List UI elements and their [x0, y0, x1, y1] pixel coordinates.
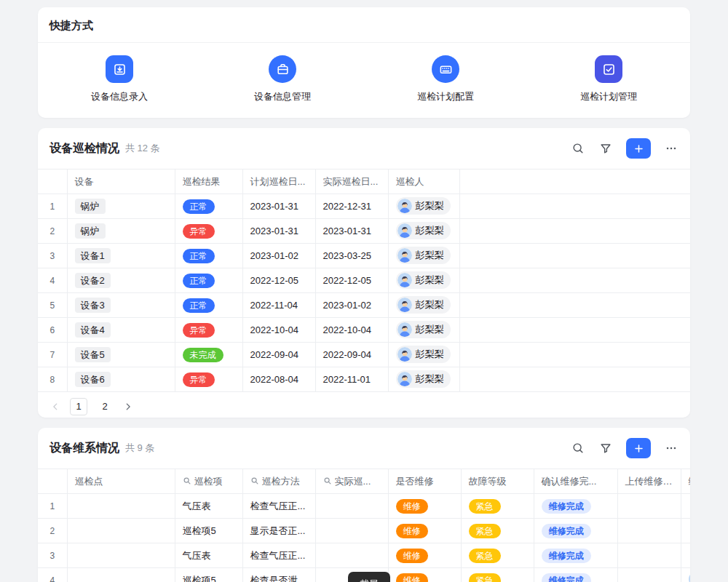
cell-level[interactable]: 紧急 — [461, 543, 534, 568]
inspection-row[interactable]: 3设备1正常2023-01-022023-03-25彭梨梨 — [38, 244, 690, 268]
cell-device[interactable]: 设备3 — [67, 293, 175, 318]
cell-inspector[interactable]: 彭梨梨 — [388, 244, 459, 268]
cell-level[interactable]: 紧急 — [461, 519, 534, 543]
column-header[interactable]: 确认维修完... — [534, 469, 617, 494]
cell-actual-date[interactable]: 2022-09-04 — [315, 343, 388, 367]
shortcut-item-3[interactable]: 巡检计划配置 — [364, 55, 527, 103]
cell-inspector[interactable]: 彭梨梨 — [388, 318, 459, 343]
column-header[interactable]: 上传维修结... — [617, 469, 681, 494]
cell-planned-date[interactable]: 2022-09-04 — [242, 343, 315, 367]
cell-upload[interactable] — [617, 519, 681, 543]
cell-extra[interactable] — [681, 494, 690, 519]
search-button[interactable] — [571, 141, 585, 156]
cell-planned-date[interactable]: 2022-10-04 — [242, 318, 315, 343]
cell-confirm[interactable]: 维修完成 — [534, 543, 617, 568]
column-header[interactable]: 计划巡检日... — [242, 170, 315, 194]
cell-repair[interactable]: 维修 — [388, 568, 461, 582]
cell-result[interactable]: 正常 — [175, 268, 242, 293]
cell-result[interactable]: 异常 — [175, 367, 242, 392]
cell-repair[interactable]: 维修 — [388, 494, 461, 519]
prev-page-button[interactable] — [50, 401, 61, 412]
cell-result[interactable]: 正常 — [175, 293, 242, 318]
cell-device[interactable]: 设备2 — [67, 268, 175, 293]
add-record-button[interactable] — [626, 438, 651, 458]
cell-item[interactable]: 巡检项5 — [175, 519, 242, 543]
cell-actual-date[interactable]: 2023-01-02 — [315, 293, 388, 318]
cell-level[interactable]: 紧急 — [461, 568, 534, 582]
cell-confirm[interactable]: 维修完成 — [534, 519, 617, 543]
cell-inspector[interactable]: 彭梨梨 — [388, 268, 459, 293]
cell-planned-date[interactable]: 2023-01-31 — [242, 194, 315, 219]
cell-actual-date[interactable]: 2023-03-25 — [315, 244, 388, 268]
cell-repair[interactable]: 维修 — [388, 519, 461, 543]
cell-confirm[interactable]: 维修完成 — [534, 568, 617, 582]
cell-planned-date[interactable]: 2023-01-31 — [242, 219, 315, 244]
cell-result[interactable]: 正常 — [175, 244, 242, 268]
inspection-row[interactable]: 4设备2正常2022-12-052022-12-05彭梨梨 — [38, 268, 690, 293]
cell-inspector[interactable]: 彭梨梨 — [388, 194, 459, 219]
cell-point[interactable] — [67, 519, 175, 543]
shortcut-item-4[interactable]: 巡检计划管理 — [527, 55, 690, 103]
cell-device[interactable]: 设备4 — [67, 318, 175, 343]
cell-result[interactable]: 异常 — [175, 318, 242, 343]
cell-inspector[interactable]: 彭梨梨 — [388, 293, 459, 318]
cell-point[interactable] — [67, 568, 175, 582]
cell-confirm[interactable]: 维修完成 — [534, 494, 617, 519]
cell-actual[interactable] — [315, 519, 388, 543]
page-2-button[interactable]: 2 — [96, 398, 114, 415]
column-header[interactable]: 巡检结果 — [175, 170, 242, 194]
cell-inspector[interactable]: 彭梨梨 — [388, 343, 459, 367]
more-button[interactable] — [664, 441, 678, 455]
column-header[interactable]: 维... — [681, 469, 690, 494]
column-header[interactable]: 设备 — [67, 170, 175, 194]
cell-device[interactable]: 设备1 — [67, 244, 175, 268]
cell-inspector[interactable]: 彭梨梨 — [388, 367, 459, 392]
inspection-row[interactable]: 5设备3正常2022-11-042023-01-02彭梨梨 — [38, 293, 690, 318]
maintenance-row[interactable]: 1气压表检查气压正...维修紧急维修完成 — [38, 494, 690, 519]
cell-device[interactable]: 设备5 — [67, 343, 175, 367]
cell-planned-date[interactable]: 2022-08-04 — [242, 367, 315, 392]
column-header[interactable]: 巡检人 — [388, 170, 459, 194]
inspection-row[interactable]: 1锅炉正常2023-01-312022-12-31彭梨梨 — [38, 194, 690, 219]
cell-actual-date[interactable]: 2022-12-31 — [315, 194, 388, 219]
column-header[interactable]: 故障等级 — [461, 469, 534, 494]
cell-extra[interactable] — [681, 543, 690, 568]
cell-point[interactable] — [67, 543, 175, 568]
cell-actual-date[interactable]: 2022-11-01 — [315, 367, 388, 392]
column-header[interactable]: 巡检方法 — [242, 469, 315, 494]
maintenance-row[interactable]: 2巡检项5显示是否正...维修紧急维修完成 — [38, 519, 690, 543]
screenshot-button[interactable]: 截屏 — [348, 572, 390, 582]
cell-method[interactable]: 检查是否泄... — [242, 568, 315, 582]
cell-method[interactable]: 检查气压正... — [242, 543, 315, 568]
cell-actual-date[interactable]: 2022-12-05 — [315, 268, 388, 293]
inspection-row[interactable]: 7设备5未完成2022-09-042022-09-04彭梨梨 — [38, 343, 690, 367]
cell-planned-date[interactable]: 2023-01-02 — [242, 244, 315, 268]
cell-item[interactable]: 气压表 — [175, 543, 242, 568]
cell-result[interactable]: 正常 — [175, 194, 242, 219]
cell-result[interactable]: 异常 — [175, 219, 242, 244]
search-button[interactable] — [571, 441, 585, 455]
column-header[interactable]: 实际巡检日... — [315, 170, 388, 194]
cell-device[interactable]: 锅炉 — [67, 219, 175, 244]
cell-extra[interactable] — [681, 519, 690, 543]
cell-extra[interactable] — [681, 568, 690, 582]
column-header[interactable]: 实际巡... — [315, 469, 388, 494]
cell-item[interactable]: 气压表 — [175, 494, 242, 519]
cell-repair[interactable]: 维修 — [388, 543, 461, 568]
column-header[interactable]: 巡检点 — [67, 469, 175, 494]
filter-button[interactable] — [598, 441, 613, 455]
inspection-row[interactable]: 2锅炉异常2023-01-312023-01-31彭梨梨 — [38, 219, 690, 244]
cell-actual[interactable] — [315, 494, 388, 519]
next-page-button[interactable] — [122, 401, 134, 412]
cell-device[interactable]: 锅炉 — [67, 194, 175, 219]
cell-item[interactable]: 巡检项5 — [175, 568, 242, 582]
cell-level[interactable]: 紧急 — [461, 494, 534, 519]
add-record-button[interactable] — [626, 138, 651, 159]
cell-point[interactable] — [67, 494, 175, 519]
more-button[interactable] — [664, 141, 678, 156]
column-header[interactable]: 巡检项 — [175, 469, 242, 494]
cell-upload[interactable] — [617, 543, 681, 568]
shortcut-item-2[interactable]: 设备信息管理 — [201, 55, 364, 103]
cell-upload[interactable] — [617, 494, 681, 519]
inspection-row[interactable]: 6设备4异常2022-10-042022-10-04彭梨梨 — [38, 318, 690, 343]
